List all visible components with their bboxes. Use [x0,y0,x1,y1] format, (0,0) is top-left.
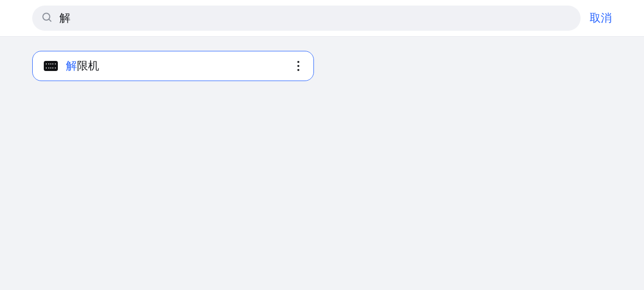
result-highlight: 解 [66,59,77,72]
results-area: 解限机 [0,37,644,95]
svg-line-1 [49,19,51,21]
result-card[interactable]: 解限机 [32,51,314,81]
search-icon [41,12,52,25]
search-input[interactable] [59,12,572,25]
more-vertical-icon[interactable] [294,58,302,74]
result-title: 解限机 [66,58,286,74]
search-header: 取消 [0,0,644,37]
search-bar[interactable] [32,6,581,31]
keyboard-icon [44,61,58,71]
result-rest: 限机 [77,59,99,72]
cancel-button[interactable]: 取消 [590,9,612,28]
